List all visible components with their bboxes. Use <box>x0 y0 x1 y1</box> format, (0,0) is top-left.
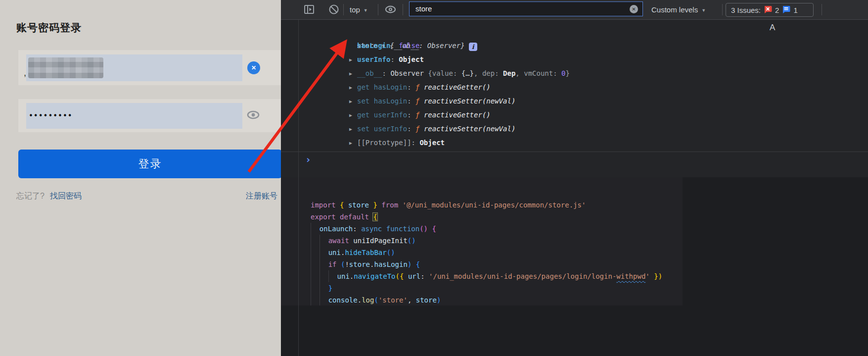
code-token: . <box>350 272 354 280</box>
property-value: 0 <box>561 69 565 77</box>
property-value: Observer <box>390 69 428 77</box>
console-property-row[interactable]: ▶set userInfo: ƒ reactiveSetter(newVal) <box>281 122 868 136</box>
console-property-row: hasLogin: false <box>281 39 868 52</box>
expand-triangle-icon[interactable]: ▶ <box>349 95 357 108</box>
issues-error-count: 2 <box>775 6 779 14</box>
property-value: vmCount <box>524 69 553 77</box>
code-token <box>398 201 402 209</box>
filter-value: store <box>415 2 432 16</box>
console-prompt[interactable]: › <box>281 152 868 168</box>
expand-triangle-icon[interactable]: ▶ <box>349 108 357 122</box>
code-token: navigateTo <box>354 272 395 280</box>
indent-guide <box>320 235 328 247</box>
overlay-letter: A <box>770 23 775 33</box>
panel-gutter-line <box>298 20 299 356</box>
login-button[interactable]: 登录 <box>18 150 282 178</box>
console-property-row[interactable]: ▶get userInfo: ƒ reactiveGetter() <box>281 108 868 122</box>
console-property-row[interactable]: ▶set hasLogin: ƒ reactiveSetter(newVal) <box>281 94 868 108</box>
object-properties-list: hasLogin: false▶userInfo: Object▶__ob__:… <box>281 39 868 150</box>
property-value: reactiveGetter() <box>424 111 491 119</box>
code-line: if (!store.hasLogin) { <box>311 258 683 270</box>
password-field-container: ••••••••• <box>18 99 282 132</box>
log-levels-selector[interactable]: Custom levels▼ <box>651 0 706 19</box>
toolbar-divider <box>403 4 403 15</box>
indent-guide <box>320 294 328 305</box>
page-message-icon <box>782 5 790 15</box>
property-value: reactiveGetter() <box>424 83 491 91</box>
context-selector[interactable]: top▼ <box>350 0 368 19</box>
indent-guide <box>311 247 320 258</box>
console-property-row[interactable]: ▶[[Prototype]]: Object <box>281 136 868 150</box>
code-line: export default { <box>311 211 683 223</box>
console-filter-input[interactable]: store ✕ <box>409 1 643 16</box>
indent-guide <box>320 282 328 294</box>
live-expression-eye-icon[interactable] <box>385 4 396 15</box>
toolbar-divider <box>343 4 344 15</box>
clear-filter-icon[interactable]: ✕ <box>630 5 638 13</box>
prompt-chevron-icon: › <box>305 153 311 165</box>
username-input[interactable]: , <box>26 54 242 81</box>
property-value: Object <box>399 55 424 63</box>
property-value: : <box>495 69 503 77</box>
console-property-row[interactable]: ▶get hasLogin: ƒ reactiveGetter() <box>281 80 868 94</box>
expand-triangle-icon[interactable]: ▶ <box>349 81 357 95</box>
code-lines: import { store } from '@/uni_modules/uni… <box>281 177 683 305</box>
property-value: , <box>474 69 482 77</box>
colon: : <box>407 83 415 91</box>
code-token: } <box>654 272 658 280</box>
code-token <box>337 260 341 268</box>
code-token: uni <box>328 249 341 256</box>
code-token: { <box>416 260 420 268</box>
code-line: import { store } from '@/uni_modules/uni… <box>311 199 683 211</box>
indent-guide <box>311 282 320 294</box>
register-link[interactable]: 注册账号 <box>246 191 277 202</box>
forgot-text: 忘记了? <box>16 191 45 202</box>
console-property-row[interactable]: ▶__ob__: Observer {value: {…}, dep: Dep,… <box>281 66 868 80</box>
issues-counter[interactable]: 3 Issues: 2 1 <box>726 3 814 17</box>
property-value: { <box>428 69 432 77</box>
code-token: uni <box>337 272 350 280</box>
expand-triangle-icon[interactable]: ▶ <box>349 53 357 67</box>
code-token <box>382 225 386 233</box>
code-line: uni.navigateTo({ url: '/uni_modules/uni-… <box>311 270 683 282</box>
code-token: log <box>362 296 374 304</box>
code-token: from <box>381 201 398 209</box>
issues-message-count: 1 <box>793 6 797 14</box>
code-token: hideTabBar <box>345 249 386 256</box>
code-token: onLaunch <box>320 225 353 233</box>
code-token: '@/uni_modules/uni-id-pages/common/store… <box>403 201 586 209</box>
value-evaluated-info-icon[interactable]: i <box>469 43 477 51</box>
property-value: {…} <box>461 69 474 77</box>
login-links: 忘记了? 找回密码 注册账号 <box>0 191 281 202</box>
code-token: : <box>353 225 361 233</box>
code-token <box>336 213 340 221</box>
property-value: false <box>399 42 419 50</box>
recover-password-link[interactable]: 找回密码 <box>50 191 82 202</box>
clear-username-button[interactable]: ✕ <box>247 61 260 74</box>
property-value: Object <box>419 139 445 147</box>
logged-object-header: store ▼{__ob__: Observer}i <box>281 25 868 39</box>
colon: : <box>390 42 399 50</box>
expand-triangle-icon[interactable]: ▶ <box>349 122 357 136</box>
indent-guide <box>320 258 328 270</box>
password-input[interactable]: ••••••••• <box>26 103 242 129</box>
expand-triangle-icon[interactable]: ▶ <box>349 136 357 150</box>
console-sidebar-toggle-icon[interactable] <box>304 4 315 15</box>
property-value: : <box>553 69 561 77</box>
property-name: [[Prototype]] <box>357 139 411 147</box>
toolbar-divider <box>378 4 378 15</box>
console-property-row[interactable]: ▶userInfo: Object <box>281 52 868 66</box>
screen: 账号密码登录 , ✕ ••••••••• 登录 忘记了? <box>0 0 868 356</box>
toggle-password-visibility-icon[interactable] <box>246 109 260 120</box>
toolbar-divider <box>822 4 822 15</box>
code-token: : <box>420 272 429 280</box>
redacted-username-value <box>28 57 103 78</box>
expand-triangle-icon[interactable]: ▶ <box>349 67 357 81</box>
chevron-down-icon: ▼ <box>364 8 368 13</box>
indent-guide <box>311 270 320 282</box>
clear-console-icon[interactable] <box>328 4 339 15</box>
code-token: ) <box>411 237 415 245</box>
code-token: store <box>344 201 373 209</box>
code-token: '/uni_modules/uni-id-pages/pages/login/l… <box>429 272 616 280</box>
indent-guide <box>328 270 337 282</box>
